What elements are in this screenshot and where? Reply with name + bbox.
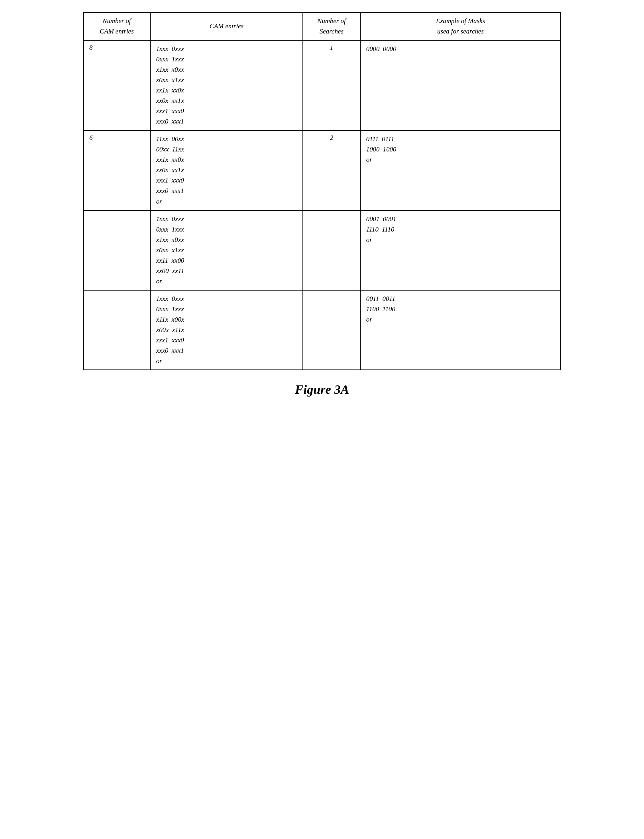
header-masks: Example of Masks used for searches — [360, 12, 561, 40]
header-num-searches: Number of Searches — [303, 12, 360, 40]
cell-cam-entries-6c: 1xxx 0xxx 0xxx 1xxx x11x x00x x00x x11x … — [150, 290, 303, 370]
header-cam-entries: CAM entries — [150, 12, 303, 40]
cell-masks-2a: 0111 0111 1000 1000 or — [360, 130, 561, 210]
cell-cam-entries-8: 1xxx 0xxx 0xxx 1xxx x1xx x0xx x0xx x1xx … — [150, 40, 303, 130]
table-row: 1xxx 0xxx 0xxx 1xxx x11x x00x x00x x11x … — [83, 290, 561, 370]
table-row: 1xxx 0xxx 0xxx 1xxx x1xx x0xx x0xx x1xx … — [83, 210, 561, 290]
cell-cam-entries-6a: 11xx 00xx 00xx 11xx xx1x xx0x xx0x xx1x … — [150, 130, 303, 210]
cell-cam-entries-6b: 1xxx 0xxx 0xxx 1xxx x1xx x0xx x0xx x1xx … — [150, 210, 303, 290]
cell-num-cam-empty1 — [83, 210, 150, 290]
table-row: 8 1xxx 0xxx 0xxx 1xxx x1xx x0xx x0xx x1x… — [83, 40, 561, 130]
table-row: 6 11xx 00xx 00xx 11xx xx1x xx0x xx0x xx1… — [83, 130, 561, 210]
cell-num-cam-8: 8 — [83, 40, 150, 130]
cell-searches-1: 1 — [303, 40, 360, 130]
cell-num-cam-empty2 — [83, 290, 150, 370]
cell-num-cam-6: 6 — [83, 130, 150, 210]
header-num-cam: Number of CAM entries — [83, 12, 150, 40]
cell-searches-2: 2 — [303, 130, 360, 210]
cell-masks-2c: 0011 0011 1100 1100 or — [360, 290, 561, 370]
cam-table: Number of CAM entries CAM entries Number… — [83, 12, 561, 370]
cell-masks-1: 0000 0000 — [360, 40, 561, 130]
figure-caption: Figure 3A — [295, 382, 349, 397]
cell-masks-2b: 0001 0001 1110 1110 or — [360, 210, 561, 290]
main-table-container: Number of CAM entries CAM entries Number… — [83, 12, 561, 370]
cell-searches-empty2 — [303, 290, 360, 370]
cell-searches-empty1 — [303, 210, 360, 290]
